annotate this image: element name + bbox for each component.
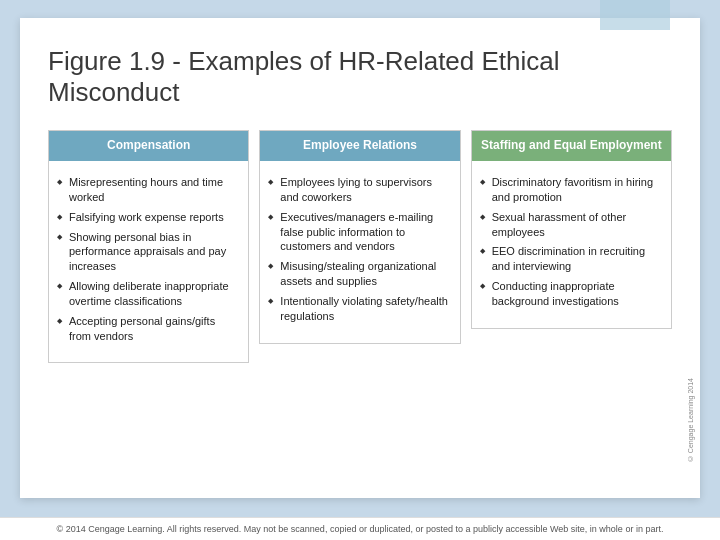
copyright: © Cengage Learning 2014 bbox=[687, 378, 694, 462]
col-body-employee-relations: Employees lying to supervisors and cowor… bbox=[260, 171, 459, 333]
column-compensation: Compensation Misrepresenting hours and t… bbox=[48, 130, 249, 363]
slide: Figure 1.9 - Examples of HR-Related Ethi… bbox=[20, 18, 700, 498]
list-item: EEO discrimination in recruiting and int… bbox=[480, 244, 661, 274]
list-item: Intentionally violating safety/health re… bbox=[268, 294, 449, 324]
staffing-list: Discriminatory favoritism in hiring and … bbox=[480, 175, 661, 309]
col-header-employee-relations: Employee Relations bbox=[260, 131, 459, 161]
list-item: Employees lying to supervisors and cowor… bbox=[268, 175, 449, 205]
col-body-compensation: Misrepresenting hours and time worked Fa… bbox=[49, 171, 248, 352]
list-item: Executives/managers e-mailing false publ… bbox=[268, 210, 449, 255]
list-item: Falsifying work expense reports bbox=[57, 210, 238, 225]
column-staffing: Staffing and Equal Employment Discrimina… bbox=[471, 130, 672, 328]
col-body-staffing: Discriminatory favoritism in hiring and … bbox=[472, 171, 671, 318]
slide-title: Figure 1.9 - Examples of HR-Related Ethi… bbox=[48, 46, 672, 108]
list-item: Allowing deliberate inappropriate overti… bbox=[57, 279, 238, 309]
decorative-box bbox=[600, 0, 670, 30]
compensation-list: Misrepresenting hours and time worked Fa… bbox=[57, 175, 238, 343]
column-employee-relations: Employee Relations Employees lying to su… bbox=[259, 130, 460, 343]
employee-relations-list: Employees lying to supervisors and cowor… bbox=[268, 175, 449, 324]
columns-container: Compensation Misrepresenting hours and t… bbox=[48, 130, 672, 363]
list-item: Showing personal bias in performance app… bbox=[57, 230, 238, 275]
list-item: Accepting personal gains/gifts from vend… bbox=[57, 314, 238, 344]
col-header-staffing: Staffing and Equal Employment bbox=[472, 131, 671, 161]
list-item: Discriminatory favoritism in hiring and … bbox=[480, 175, 661, 205]
list-item: Misrepresenting hours and time worked bbox=[57, 175, 238, 205]
col-header-compensation: Compensation bbox=[49, 131, 248, 161]
footer: © 2014 Cengage Learning. All rights rese… bbox=[0, 517, 720, 540]
footer-text: © 2014 Cengage Learning. All rights rese… bbox=[57, 524, 664, 534]
list-item: Sexual harassment of other employees bbox=[480, 210, 661, 240]
list-item: Conducting inappropriate background inve… bbox=[480, 279, 661, 309]
list-item: Misusing/stealing organizational assets … bbox=[268, 259, 449, 289]
